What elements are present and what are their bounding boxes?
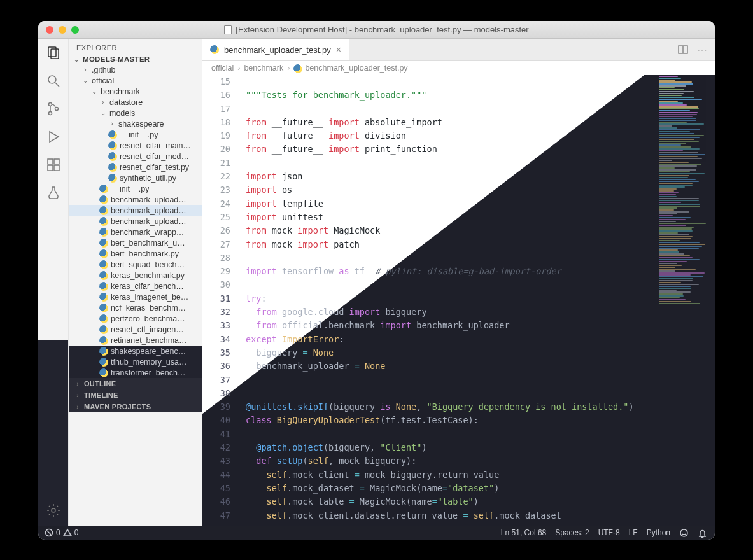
code-line[interactable]: benchmark_uploader = None [246,360,652,373]
search-icon[interactable] [46,73,61,88]
file-row[interactable]: keras_cifar_bench… [69,281,202,291]
sidebar-section-outline[interactable]: ›OUTLINE [69,378,202,389]
cursor-position[interactable]: Ln 51, Col 68 [501,528,546,537]
file-row[interactable]: resnet_ctl_imagen… [69,324,202,335]
code-line[interactable]: @patch.object(bigquery, "Client") [246,441,652,454]
eol[interactable]: LF [629,528,638,537]
file-row[interactable]: keras_imagenet_be… [69,291,202,302]
titlebar[interactable]: [Extension Development Host] - benchmark… [38,21,715,39]
testing-icon[interactable] [46,185,61,200]
code-line[interactable] [246,278,652,291]
code-line[interactable]: bigquery = None [246,346,652,360]
encoding[interactable]: UTF-8 [598,528,620,537]
code-line[interactable]: from mock import patch [246,238,652,251]
maximize-window-button[interactable] [71,26,79,34]
breadcrumb-seg[interactable]: benchmark_uploader_test.py [305,64,407,73]
code-line[interactable]: import json [246,170,652,183]
code-line[interactable]: import unittest [246,211,652,224]
code-line[interactable]: import tensorflow as tf # pylint: disabl… [246,265,652,278]
code-lines[interactable]: """Tests for benchmark_uploader."""from … [246,75,652,522]
code-line[interactable]: def setUp(self, mock_bigquery): [246,454,652,468]
file-row[interactable]: resnet_cifar_test.py [69,162,202,172]
more-actions-icon[interactable]: ⋯ [697,44,707,56]
code-line[interactable] [246,157,652,170]
code-line[interactable] [246,428,652,441]
sidebar-section-maven-projects[interactable]: ›MAVEN PROJECTS [69,401,202,412]
code-line[interactable]: try: [246,292,652,305]
problems-indicator[interactable]: 0 0 [45,528,78,537]
code-line[interactable]: from official.benchmark import benchmark… [246,319,652,332]
file-row[interactable]: transformer_bench… [69,367,202,378]
code-line[interactable]: except ImportError: [246,333,652,346]
file-row[interactable]: benchmark_upload… [69,205,202,216]
code-line[interactable]: from __future__ import print_function [246,143,652,156]
code-line[interactable]: from google.cloud import bigquery [246,305,652,319]
language-mode[interactable]: Python [647,528,670,537]
breadcrumb-seg[interactable]: benchmark [244,64,283,73]
code-line[interactable]: class BigQueryUploaderTest(tf.test.TestC… [246,414,652,427]
folder-row[interactable]: ⌄benchmark [69,86,202,97]
extensions-icon[interactable] [46,157,61,172]
file-row[interactable]: shakespeare_benc… [69,346,202,356]
code-editor[interactable]: 1516171819202122232425262728293031323334… [202,75,715,526]
chevron-down-icon: ⌄ [73,56,80,63]
bell-icon[interactable] [698,528,707,538]
file-row[interactable]: bert_benchmark_u… [69,237,202,248]
file-row[interactable]: bert_squad_bench… [69,259,202,270]
code-line[interactable] [246,251,652,265]
file-row[interactable]: perfzero_benchma… [69,313,202,324]
file-row[interactable]: benchmark_upload… [69,216,202,227]
run-debug-icon[interactable] [46,129,61,144]
breadcrumb-seg[interactable]: official [211,64,234,73]
python-file-icon [99,314,108,323]
file-row[interactable]: ncf_keras_benchm… [69,302,202,313]
folder-row[interactable]: ⌄official [69,75,202,86]
minimize-window-button[interactable] [59,26,66,34]
workspace-root-label: MODELS-MASTER [83,55,150,63]
file-row[interactable]: __init__.py [69,129,202,140]
file-row[interactable]: benchmark_upload… [69,194,202,205]
file-row[interactable]: synthetic_util.py [69,172,202,183]
folder-row[interactable]: ›shakespeare [69,118,202,129]
folder-row[interactable]: ›.github [69,64,202,75]
indentation[interactable]: Spaces: 2 [555,528,589,537]
code-line[interactable] [246,75,652,88]
folder-row[interactable]: ›datastore [69,97,202,108]
code-line[interactable]: from mock import MagicMock [246,224,652,237]
workspace-root[interactable]: ⌄ MODELS-MASTER [69,54,202,64]
code-line[interactable]: from __future__ import absolute_import [246,116,652,129]
code-line[interactable]: from __future__ import division [246,129,652,143]
file-row[interactable]: benchmark_wrapp… [69,227,202,237]
code-line[interactable]: """Tests for benchmark_uploader.""" [246,88,652,102]
code-line[interactable]: self.mock_table = MagicMock(name="table"… [246,495,652,508]
sidebar-section-timeline[interactable]: ›TIMELINE [69,389,202,401]
code-line[interactable]: self.mock_client = mock_bigquery.return_… [246,468,652,482]
code-line[interactable] [246,102,652,116]
code-line[interactable]: @unittest.skipIf(bigquery is None, "Bigq… [246,400,652,414]
settings-gear-icon[interactable] [46,503,61,518]
file-row[interactable]: bert_benchmark.py [69,248,202,259]
close-tab-icon[interactable]: × [336,45,341,55]
close-window-button[interactable] [46,26,53,34]
source-control-icon[interactable] [46,101,61,116]
code-line[interactable] [246,387,652,400]
folder-row[interactable]: ⌄models [69,108,202,118]
code-line[interactable]: import os [246,183,652,197]
explorer-icon[interactable] [46,45,61,60]
code-line[interactable]: self.mock_dataset = MagicMock(name="data… [246,482,652,495]
code-line[interactable]: self.mock_client.dataset.return_value = … [246,509,652,522]
tab-benchmark-uploader-test[interactable]: benchmark_uploader_test.py × [202,39,349,60]
breadcrumb[interactable]: official › benchmark › benchmark_uploade… [202,61,715,75]
code-line[interactable] [246,374,652,387]
file-row[interactable]: retinanet_benchma… [69,335,202,346]
code-line[interactable]: import tempfile [246,197,652,211]
file-row[interactable]: tfhub_memory_usa… [69,356,202,367]
file-row[interactable]: keras_benchmark.py [69,270,202,281]
file-row[interactable]: resnet_cifar_mod… [69,151,202,162]
file-row[interactable]: __init__.py [69,183,202,194]
split-editor-icon[interactable] [678,45,688,55]
file-row[interactable]: resnet_cifar_main… [69,140,202,151]
python-file-icon [99,249,108,258]
feedback-icon[interactable] [679,528,689,538]
minimap[interactable] [656,75,715,526]
